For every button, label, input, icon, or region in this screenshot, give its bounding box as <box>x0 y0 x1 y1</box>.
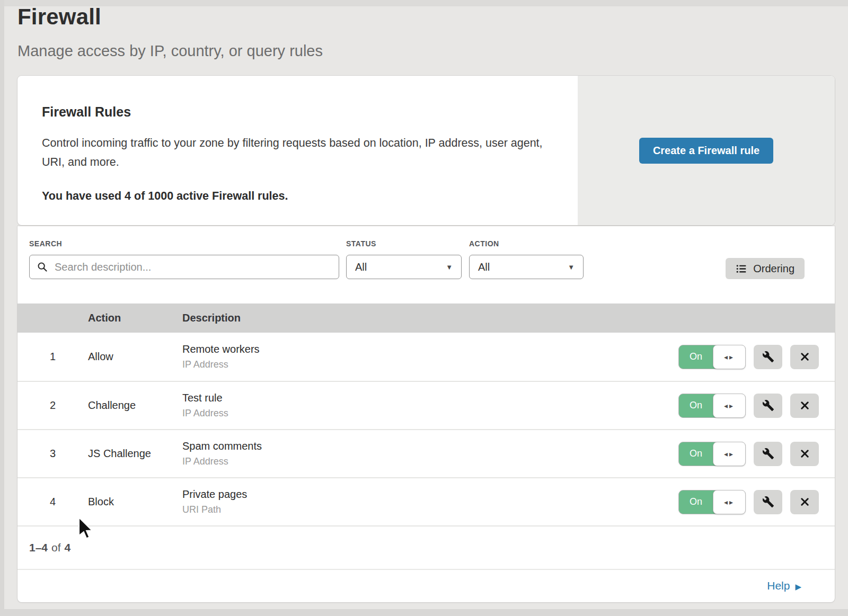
help-link-label: Help <box>767 579 790 592</box>
toggle-on-label: On <box>679 345 713 369</box>
search-input-wrapper <box>29 255 339 279</box>
pagination-total: 4 <box>65 541 71 554</box>
toggle-drag-handle[interactable]: ◂▸ <box>713 394 746 418</box>
firewall-rules-card-info: Firewall Rules Control incoming traffic … <box>17 76 578 225</box>
close-icon <box>799 496 810 507</box>
status-filter-group: STATUS All ▼ <box>346 239 462 279</box>
toggle-on-label: On <box>679 442 713 466</box>
table-header-row: Action Description <box>17 303 835 333</box>
ordering-list-icon <box>736 263 747 274</box>
filter-bar: SEARCH STATUS All ▼ ACTION All ▼ <box>17 226 835 303</box>
page-subtitle: Manage access by IP, country, or query r… <box>17 42 323 60</box>
window-edge-bottom <box>0 609 848 616</box>
search-label: SEARCH <box>29 239 339 248</box>
close-icon <box>799 351 810 362</box>
wrench-icon <box>762 399 774 412</box>
description-column-header: Description <box>182 312 835 324</box>
pagination-range: 1–4 <box>29 541 48 554</box>
create-firewall-rule-button[interactable]: Create a Firewall rule <box>639 138 773 164</box>
action-filter-group: ACTION All ▼ <box>469 239 584 279</box>
toggle-on-label: On <box>679 394 713 417</box>
status-select[interactable]: All ▼ <box>346 255 462 279</box>
rule-controls: On ◂▸ <box>678 442 819 466</box>
delete-rule-button[interactable] <box>790 442 819 466</box>
rule-description: Spam comments <box>182 440 678 452</box>
card-footer: Help ▶ <box>17 569 835 602</box>
close-icon <box>799 448 810 459</box>
toggle-drag-handle[interactable]: ◂▸ <box>713 442 746 466</box>
rule-action: Allow <box>88 351 182 363</box>
rule-description: Test rule <box>182 392 678 404</box>
delete-rule-button[interactable] <box>790 345 819 369</box>
rule-enabled-toggle[interactable]: On ◂▸ <box>678 345 746 369</box>
ordering-button[interactable]: Ordering <box>726 258 805 279</box>
chevron-down-icon: ▼ <box>446 263 453 271</box>
delete-rule-button[interactable] <box>790 394 819 418</box>
edit-rule-button[interactable] <box>754 394 782 418</box>
rule-description-cell: Private pages URI Path <box>182 488 678 515</box>
pagination: 1–4 of 4 <box>17 525 835 569</box>
edit-rule-button[interactable] <box>754 442 782 466</box>
firewall-rules-list-card: SEARCH STATUS All ▼ ACTION All ▼ <box>17 226 835 602</box>
delete-rule-button[interactable] <box>790 490 819 514</box>
drag-arrows-icon: ◂▸ <box>724 401 735 410</box>
rule-match-type: IP Address <box>182 359 678 370</box>
edit-rule-button[interactable] <box>754 490 782 514</box>
search-input[interactable] <box>54 261 331 274</box>
rule-enabled-toggle[interactable]: On ◂▸ <box>678 442 746 466</box>
help-arrow-icon: ▶ <box>795 582 801 591</box>
rule-action: Challenge <box>88 399 182 412</box>
rule-priority: 2 <box>17 399 88 412</box>
rule-description-cell: Spam comments IP Address <box>182 440 678 467</box>
wrench-icon <box>762 448 774 460</box>
status-label: STATUS <box>346 239 462 248</box>
card-title: Firewall Rules <box>42 104 546 120</box>
rule-controls: On ◂▸ <box>678 490 819 514</box>
action-column-header: Action <box>88 312 182 324</box>
rule-description-cell: Remote workers IP Address <box>182 343 678 370</box>
page-title: Firewall <box>17 4 323 30</box>
rule-enabled-toggle[interactable]: On ◂▸ <box>678 490 746 514</box>
rule-controls: On ◂▸ <box>678 394 819 418</box>
create-rule-panel: Create a Firewall rule <box>578 76 835 225</box>
action-selected-value: All <box>478 261 490 273</box>
action-select[interactable]: All ▼ <box>469 255 584 279</box>
action-label: ACTION <box>469 239 584 248</box>
rule-priority: 4 <box>17 496 88 508</box>
rules-usage-text: You have used 4 of 1000 active Firewall … <box>42 190 546 203</box>
table-row: 4 Block Private pages URI Path On ◂▸ <box>17 477 835 525</box>
window-edge-left <box>0 0 4 616</box>
close-icon <box>799 400 810 411</box>
page-header: Firewall Manage access by IP, country, o… <box>17 4 323 60</box>
rule-description: Remote workers <box>182 343 678 355</box>
table-row: 1 Allow Remote workers IP Address On ◂▸ <box>17 333 835 381</box>
rule-enabled-toggle[interactable]: On ◂▸ <box>678 394 746 418</box>
drag-arrows-icon: ◂▸ <box>724 353 735 361</box>
drag-arrows-icon: ◂▸ <box>724 498 735 506</box>
ordering-button-label: Ordering <box>753 263 794 275</box>
toggle-drag-handle[interactable]: ◂▸ <box>713 490 746 514</box>
rule-controls: On ◂▸ <box>678 345 819 369</box>
help-link[interactable]: Help ▶ <box>767 579 801 592</box>
wrench-icon <box>762 351 774 363</box>
edit-rule-button[interactable] <box>754 345 782 369</box>
search-filter-group: SEARCH <box>29 239 339 279</box>
drag-arrows-icon: ◂▸ <box>724 450 735 458</box>
table-row: 2 Challenge Test rule IP Address On ◂▸ <box>17 381 835 429</box>
card-description: Control incoming traffic to your zone by… <box>42 133 545 172</box>
toggle-drag-handle[interactable]: ◂▸ <box>713 345 746 369</box>
table-row: 3 JS Challenge Spam comments IP Address … <box>17 429 835 477</box>
rule-action: JS Challenge <box>88 448 182 460</box>
wrench-icon <box>762 496 774 508</box>
rule-match-type: IP Address <box>182 408 678 419</box>
rule-description-cell: Test rule IP Address <box>182 392 678 419</box>
search-icon <box>37 262 48 272</box>
rule-description: Private pages <box>182 488 678 501</box>
firewall-rules-card: Firewall Rules Control incoming traffic … <box>17 76 835 225</box>
chevron-down-icon: ▼ <box>568 263 575 271</box>
rule-match-type: IP Address <box>182 456 678 467</box>
pagination-of: of <box>51 541 61 554</box>
status-selected-value: All <box>355 261 367 273</box>
rule-priority: 1 <box>17 351 88 363</box>
rule-match-type: URI Path <box>182 504 678 515</box>
